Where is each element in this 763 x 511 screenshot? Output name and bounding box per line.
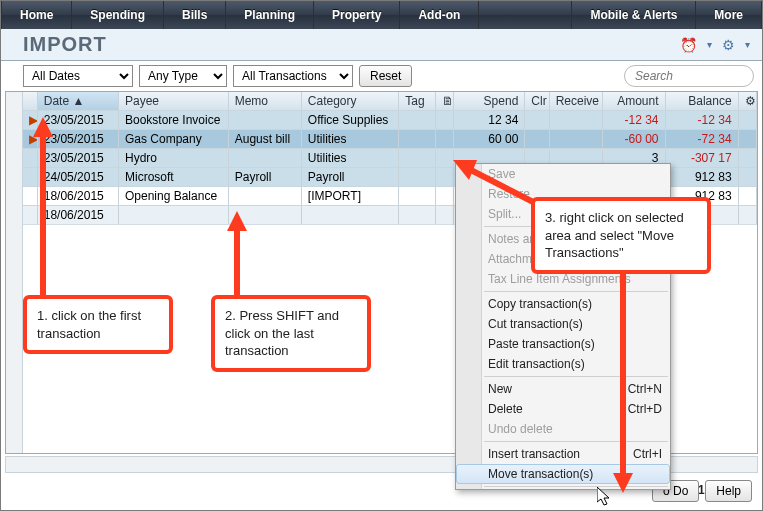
col-clr[interactable]: Clr: [525, 92, 549, 111]
reset-button[interactable]: Reset: [359, 65, 412, 87]
context-menu-separator: [484, 486, 668, 487]
reminder-icon[interactable]: ⏰: [680, 37, 697, 53]
svg-line-4: [467, 168, 537, 204]
svg-marker-7: [613, 473, 633, 493]
nav-addon[interactable]: Add-on: [400, 1, 479, 29]
nav-more[interactable]: More: [696, 1, 762, 29]
col-memo[interactable]: Memo: [228, 92, 301, 111]
context-menu-separator: [484, 291, 668, 292]
context-menu-separator: [484, 441, 668, 442]
nav-property[interactable]: Property: [314, 1, 400, 29]
page-title: IMPORT: [23, 33, 107, 56]
nav-planning[interactable]: Planning: [226, 1, 314, 29]
col-amount[interactable]: Amount: [602, 92, 665, 111]
callout-1: 1. click on the first transaction: [23, 295, 173, 354]
grid-header-row: Date ▲ Payee Memo Category Tag 🗎 Spend C…: [23, 92, 757, 111]
table-row[interactable]: ▶23/05/2015Bookstore InvoiceOffice Suppl…: [23, 111, 757, 130]
filter-dates[interactable]: All Dates: [23, 65, 133, 87]
col-tag[interactable]: Tag: [399, 92, 436, 111]
svg-marker-1: [33, 117, 53, 137]
arrow-3b: [609, 263, 639, 495]
cursor-icon: [597, 487, 613, 511]
col-payee[interactable]: Payee: [118, 92, 228, 111]
help-button[interactable]: Help: [705, 480, 752, 502]
col-balance[interactable]: Balance: [665, 92, 738, 111]
filter-type[interactable]: Any Type: [139, 65, 227, 87]
nav-bills[interactable]: Bills: [164, 1, 226, 29]
arrow-1: [29, 117, 59, 299]
col-flag[interactable]: [23, 92, 37, 111]
table-row[interactable]: ▶23/05/2015Gas CompanyAugust billUtiliti…: [23, 130, 757, 149]
filter-toolbar: All Dates Any Type All Transactions Rese…: [1, 61, 762, 91]
col-attach[interactable]: 🗎: [435, 92, 453, 111]
main-nav: Home Spending Bills Planning Property Ad…: [1, 1, 762, 29]
svg-marker-3: [227, 211, 247, 231]
callout-2: 2. Press SHIFT and click on the last tra…: [211, 295, 371, 372]
col-gear[interactable]: ⚙: [738, 92, 756, 111]
gear-icon[interactable]: ⚙: [722, 37, 735, 53]
search-input[interactable]: [624, 65, 754, 87]
nav-home[interactable]: Home: [1, 1, 72, 29]
col-date[interactable]: Date ▲: [37, 92, 118, 111]
reminder-dropdown-icon[interactable]: ▾: [707, 39, 712, 50]
titlebar: IMPORT ⏰ ▾ ⚙ ▾: [1, 29, 762, 61]
col-spend[interactable]: Spend: [454, 92, 525, 111]
arrow-2: [223, 211, 253, 299]
col-category[interactable]: Category: [301, 92, 399, 111]
gear-dropdown-icon[interactable]: ▾: [745, 39, 750, 50]
filter-transactions[interactable]: All Transactions: [233, 65, 353, 87]
grid-left-gutter: [6, 92, 23, 453]
nav-spending[interactable]: Spending: [72, 1, 164, 29]
context-menu-separator: [484, 376, 668, 377]
callout-3: 3. right click on selected area and sele…: [531, 197, 711, 274]
nav-spacer: [479, 1, 572, 29]
nav-mobile[interactable]: Mobile & Alerts: [572, 1, 696, 29]
col-receive[interactable]: Receive: [549, 92, 602, 111]
